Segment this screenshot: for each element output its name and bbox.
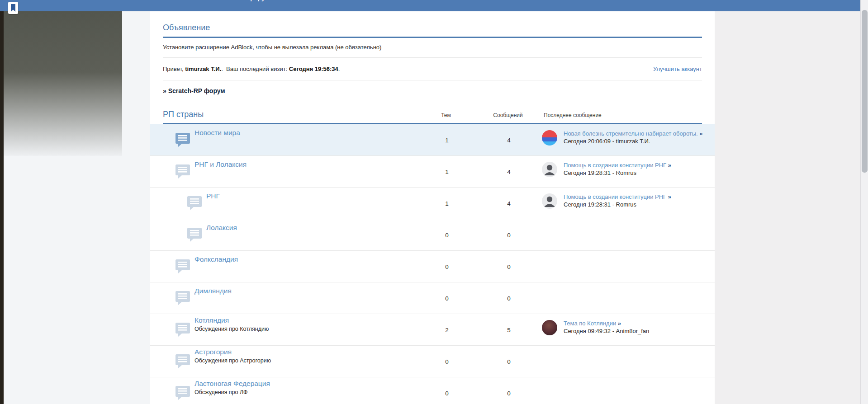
breadcrumb[interactable]: » Scratch-RP форум xyxy=(163,80,702,101)
greeting-row: Привет, timurzak Т.И.. Ваш последний виз… xyxy=(163,58,702,80)
goto-lastpost-icon: » xyxy=(668,193,671,200)
topbar-partial-title: Scratch-RP форум xyxy=(213,0,312,3)
goto-lastpost-icon: » xyxy=(618,320,621,327)
lastpost-link[interactable]: Помощь в создании конституции РНГ » xyxy=(564,162,671,169)
forum-row: Фолксландия 0 0 xyxy=(150,251,715,282)
forum-row: РНГ и Лолаксия 1 4 Помощь в создании кон… xyxy=(150,156,715,188)
lastpost-cell: Тема по Котляндии » Сегодня 09:49:32 - A… xyxy=(542,320,649,335)
lastpost-link[interactable]: Новая болезнь стремительно набирает обор… xyxy=(564,130,703,137)
last-visit-time: Сегодня 19:56:34 xyxy=(289,66,338,72)
topics-count: 0 xyxy=(445,390,449,396)
forum-row: Ластоногая Федерация Обсжудения про ЛФ 0… xyxy=(150,377,715,404)
forum-posts-icon xyxy=(175,354,190,368)
topics-count: 0 xyxy=(445,358,449,365)
posts-count: 4 xyxy=(507,200,511,207)
lastpost-meta: Сегодня 19:28:31 - Romrus xyxy=(564,201,671,208)
category-title: РП страны xyxy=(163,110,204,119)
forum-row: Котляндия Обсуждения про Котляндию 2 5 Т… xyxy=(150,314,715,346)
forum-link[interactable]: Котляндия xyxy=(194,316,229,324)
lastpost-cell: Новая болезнь стремительно набирает обор… xyxy=(542,130,703,146)
category-header: РП страны Тем Сообщений Последнее сообще… xyxy=(163,110,702,124)
upgrade-account-link[interactable]: Улучшить аккаунт xyxy=(653,66,702,72)
posts-count: 0 xyxy=(507,390,511,396)
announcement-text: Установите расширение AdBlock, чтобы не … xyxy=(163,38,702,58)
greeting-text: Привет, timurzak Т.И.. Ваш последний виз… xyxy=(163,66,340,72)
top-navigation-bar: Scratch-RP форум xyxy=(0,0,860,11)
right-background xyxy=(715,11,860,404)
topics-count: 0 xyxy=(445,263,449,270)
forum-link[interactable]: Новости мира xyxy=(194,129,240,137)
forum-posts-icon xyxy=(175,323,190,337)
forum-description: Обсуждения про Астрогорию xyxy=(194,357,271,364)
posts-count: 0 xyxy=(507,263,511,270)
forum-row: РНГ 1 4 Помощь в создании конституции РН… xyxy=(150,188,715,219)
greeting-username: timurzak Т.И. xyxy=(185,66,221,72)
scrollbar-track xyxy=(860,0,868,404)
forum-content-panel: Объявление Установите расширение AdBlock… xyxy=(150,11,715,404)
column-header-lastpost: Последнее сообщение xyxy=(544,112,602,118)
forum-link[interactable]: Фолксландия xyxy=(194,255,238,263)
lastpost-meta: Сегодня 09:49:32 - Anim8or_fan xyxy=(564,327,649,335)
bookmark-icon[interactable] xyxy=(8,2,18,14)
goto-lastpost-icon: » xyxy=(699,130,702,137)
topics-count: 1 xyxy=(445,168,449,175)
avatar[interactable] xyxy=(542,193,557,209)
left-background-shade xyxy=(4,11,122,156)
lastpost-link[interactable]: Помощь в создании конституции РНГ » xyxy=(564,193,671,201)
forum-posts-icon xyxy=(187,228,202,242)
lastpost-cell: Помощь в создании конституции РНГ » Сего… xyxy=(542,193,671,209)
forum-link[interactable]: Лолаксия xyxy=(206,224,237,232)
posts-count: 4 xyxy=(507,168,511,175)
topics-count: 0 xyxy=(445,231,449,238)
forum-row: Лолаксия 0 0 xyxy=(150,219,715,251)
posts-count: 0 xyxy=(507,231,511,238)
forum-description: Обсжудения про ЛФ xyxy=(194,389,248,395)
column-header-posts: Сообщений xyxy=(493,112,522,118)
forum-posts-icon xyxy=(175,164,190,179)
posts-count: 4 xyxy=(507,136,511,143)
posts-count: 0 xyxy=(507,295,511,301)
forum-link[interactable]: РНГ и Лолаксия xyxy=(194,160,247,169)
posts-count: 0 xyxy=(507,358,511,365)
forum-link[interactable]: Ластоногая Федерация xyxy=(194,380,270,388)
forum-posts-icon xyxy=(175,386,190,400)
forum-row: Новости мира 1 4 Новая болезнь стремител… xyxy=(150,124,715,156)
lastpost-link[interactable]: Тема по Котляндии » xyxy=(564,320,649,327)
lastpost-cell: Помощь в создании конституции РНГ » Сего… xyxy=(542,162,671,177)
posts-count: 5 xyxy=(507,326,511,333)
announcement-header: Объявление xyxy=(163,11,702,38)
topics-count: 2 xyxy=(445,326,449,333)
topics-count: 0 xyxy=(445,295,449,301)
scrollbar-thumb[interactable] xyxy=(862,10,868,173)
forum-link[interactable]: РНГ xyxy=(206,192,220,200)
forum-posts-icon xyxy=(175,291,190,305)
topics-count: 1 xyxy=(445,200,449,207)
avatar[interactable] xyxy=(542,130,557,146)
forum-posts-icon xyxy=(175,133,190,147)
forum-posts-icon xyxy=(175,259,190,273)
column-header-topics: Тем xyxy=(441,112,451,118)
forum-posts-icon xyxy=(187,196,202,210)
lastpost-meta: Сегодня 20:06:09 - timurzak Т.И. xyxy=(564,137,703,145)
forum-description: Обсуждения про Котляндию xyxy=(194,326,269,332)
lastpost-meta: Сегодня 19:28:31 - Romrus xyxy=(564,169,671,177)
announcement-title: Объявление xyxy=(163,23,210,32)
topics-count: 1 xyxy=(445,136,449,143)
forum-row: Астрогория Обсуждения про Астрогорию 0 0 xyxy=(150,346,715,377)
avatar[interactable] xyxy=(542,162,557,177)
forum-row: Димляндия 0 0 xyxy=(150,282,715,314)
window-left-edge xyxy=(0,0,4,404)
forum-link[interactable]: Димляндия xyxy=(194,287,232,295)
goto-lastpost-icon: » xyxy=(668,162,671,169)
avatar[interactable] xyxy=(542,320,557,335)
forum-link[interactable]: Астрогория xyxy=(194,348,232,356)
